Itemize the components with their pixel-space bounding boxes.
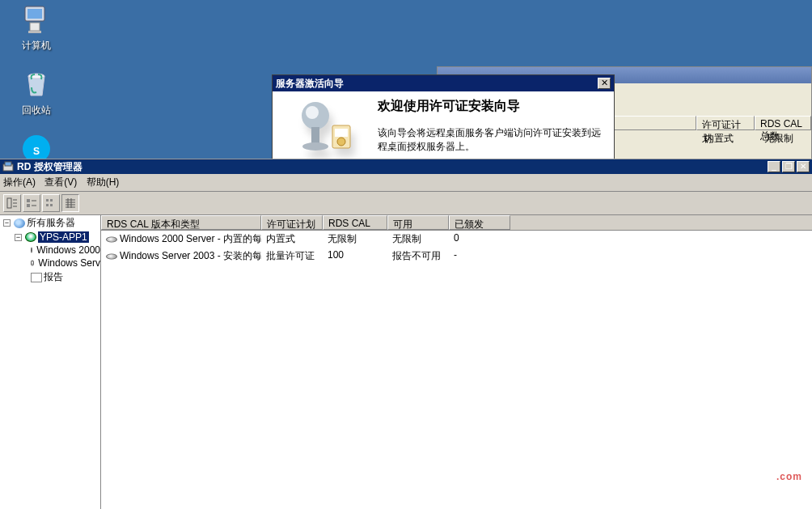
column-header[interactable]: 已颁发 (449, 215, 510, 230)
list-row[interactable]: Windows Server 2003 - 安装的每用户... 批量许可证 10… (101, 248, 812, 265)
list-row[interactable]: Windows 2000 Server - 内置的每设备... 内置式 无限制 … (101, 231, 812, 248)
maximize-icon[interactable]: ❐ (782, 161, 795, 172)
svg-rect-12 (335, 129, 348, 137)
svg-rect-19 (46, 199, 49, 201)
svg-rect-2 (30, 23, 40, 31)
wizard-paragraph: 该向导会将远程桌面服务客户端访问许可证安装到远程桌面授权服务器上。 (378, 126, 604, 155)
rd-app-icon (2, 161, 14, 172)
svg-point-10 (302, 142, 328, 151)
toolbar-button-3[interactable] (42, 194, 60, 212)
svg-rect-20 (50, 199, 53, 201)
rd-titlebar[interactable]: RD 授权管理器 _ ❐ ✕ (0, 159, 812, 174)
column-header[interactable]: RDS CAL 版本和类型 (101, 215, 261, 230)
menu-view[interactable]: 查看(V) (44, 176, 77, 188)
rd-title-text: RD 授权管理器 (17, 160, 766, 174)
minimize-icon[interactable]: _ (768, 161, 780, 172)
tree-item[interactable]: Windows 2000 (0, 244, 100, 257)
svg-rect-21 (46, 204, 49, 206)
server-icon (25, 232, 36, 242)
menu-help[interactable]: 帮助(H) (87, 176, 120, 188)
list-header: RDS CAL 版本和类型 许可证计划 RDS CAL 总数 可用 已颁发 (101, 215, 812, 231)
svg-point-13 (337, 138, 345, 146)
svg-point-8 (306, 106, 319, 119)
svg-rect-22 (50, 204, 53, 206)
list-view[interactable]: RDS CAL 版本和类型 许可证计划 RDS CAL 总数 可用 已颁发 Wi… (101, 215, 812, 509)
toolbar-button-4[interactable] (61, 194, 79, 212)
wizard-art (273, 91, 376, 159)
svg-rect-1 (27, 9, 42, 19)
license-icon (31, 248, 32, 253)
close-icon[interactable]: ✕ (598, 78, 611, 89)
tree-server[interactable]: −YPS-APP1 (0, 231, 100, 244)
column-header[interactable]: RDS CAL 总数 (323, 215, 387, 230)
license-icon (106, 236, 117, 242)
wizard-title-text: 服务器激活向导 (276, 77, 598, 91)
svg-rect-18 (27, 204, 30, 207)
desktop-icon-computer[interactable]: 计算机 (8, 3, 65, 53)
column-header[interactable]: 可用 (387, 215, 449, 230)
tree-item[interactable]: Windows Serv (0, 257, 100, 269)
menubar: 操作(A) 查看(V) 帮助(H) (0, 174, 812, 192)
tree-item[interactable]: 报告 (0, 269, 100, 285)
desktop-icon-recycle[interactable]: 回收站 (8, 68, 65, 117)
wizard-heading: 欢迎使用许可证安装向导 (378, 98, 604, 115)
wizard-dialog: 服务器激活向导 ✕ 欢迎使用许可证安装向导 该向导会将远程桌面服务客户端访问许可… (272, 74, 615, 159)
license-icon (31, 261, 34, 266)
svg-rect-15 (5, 162, 11, 166)
tree-root[interactable]: −所有服务器 (0, 215, 100, 231)
rd-manager-window: RD 授权管理器 _ ❐ ✕ 操作(A) 查看(V) 帮助(H) −所有服务器 … (0, 159, 812, 508)
wizard-titlebar[interactable]: 服务器激活向导 ✕ (273, 75, 614, 91)
toolbar-button-1[interactable] (3, 194, 21, 212)
svg-rect-3 (28, 31, 41, 33)
svg-text:S: S (33, 146, 40, 157)
globe-icon (14, 218, 25, 228)
recycle-bin-icon (20, 68, 53, 100)
tree-view[interactable]: −所有服务器 −YPS-APP1 Windows 2000 Windows Se… (0, 215, 101, 509)
svg-rect-17 (27, 199, 30, 202)
desktop-icon-label: 回收站 (8, 104, 65, 117)
svg-rect-16 (7, 198, 11, 208)
toolbar (0, 192, 812, 215)
toolbar-button-2[interactable] (23, 194, 40, 212)
desktop-icon-label: 计算机 (8, 39, 65, 53)
column-header[interactable]: 许可证计划 (261, 215, 323, 230)
computer-icon (20, 3, 53, 36)
license-icon (106, 253, 117, 259)
close-icon[interactable]: ✕ (797, 161, 810, 172)
menu-action[interactable]: 操作(A) (3, 176, 36, 188)
svg-rect-9 (311, 127, 319, 145)
report-icon (31, 273, 42, 282)
